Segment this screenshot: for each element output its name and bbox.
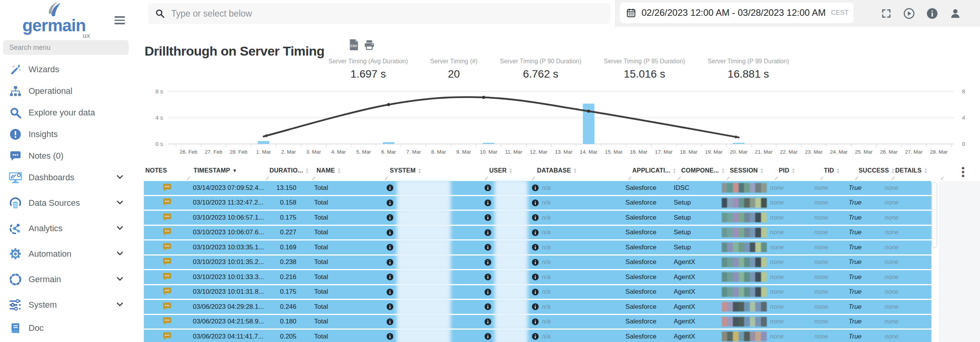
info-icon[interactable] — [386, 318, 394, 325]
info-icon[interactable] — [386, 288, 394, 296]
note-comment-icon[interactable] — [162, 317, 172, 326]
note-comment-icon[interactable] — [162, 302, 172, 312]
sidebar-item-system[interactable]: System — [0, 294, 141, 316]
user-button[interactable] — [950, 8, 961, 19]
global-search-input[interactable] — [170, 8, 557, 19]
info-icon[interactable] — [532, 318, 539, 325]
info-icon[interactable] — [532, 303, 539, 310]
table-row[interactable]: 03/10/2023 11:32:47.2...0.158Totaln/aSal… — [144, 196, 931, 210]
info-icon[interactable] — [484, 214, 492, 221]
export-csv-button[interactable]: CSV — [349, 39, 359, 52]
info-icon[interactable] — [532, 184, 539, 191]
info-icon[interactable] — [484, 259, 492, 266]
info-icon[interactable] — [386, 333, 394, 340]
column-header-user[interactable]: USER▲▼∕∕ — [487, 164, 534, 181]
column-header-pid[interactable]: PID▲▼∕∕ — [777, 164, 822, 181]
note-comment-icon[interactable] — [162, 213, 172, 222]
info-icon[interactable] — [386, 259, 394, 266]
table-row[interactable]: 03/10/2023 10:03:35.1...0.169Totaln/aSal… — [144, 240, 931, 254]
table-row[interactable]: 03/06/2023 04:29:28.1...0.246Totaln/aSal… — [144, 300, 931, 314]
table-row[interactable]: 03/10/2023 10:01:35.2...0.238Totaln/aSal… — [144, 256, 931, 269]
note-comment-icon[interactable] — [162, 287, 172, 296]
sidebar-item-automation[interactable]: Automation — [0, 243, 141, 265]
sidebar-item-data-sources[interactable]: Data Sources — [0, 192, 141, 214]
replay-button[interactable] — [903, 8, 915, 19]
sidebar-search-input[interactable] — [3, 40, 129, 55]
info-icon[interactable] — [386, 214, 394, 221]
cell-timestamp: 03/10/2023 10:01:35.2... — [188, 256, 266, 269]
info-icon[interactable] — [532, 214, 539, 221]
column-header-database[interactable]: DATABASE▲▼∕∕ — [534, 164, 630, 181]
column-resize-handle[interactable]: ∕∕ — [941, 176, 942, 181]
sidebar-item-analytics[interactable]: Analytics — [0, 218, 141, 239]
table-row[interactable]: 03/14/2023 07:09:52.4...13.150Totaln/aSa… — [144, 181, 931, 195]
info-icon[interactable] — [532, 244, 539, 251]
column-header-component[interactable]: COMPONE...▲▼∕∕ — [680, 164, 729, 181]
info-icon[interactable] — [484, 303, 492, 310]
column-header-tid[interactable]: TID▲▼∕∕ — [822, 164, 857, 181]
note-comment-icon[interactable] — [162, 228, 172, 237]
info-icon[interactable] — [532, 199, 539, 207]
info-icon[interactable] — [386, 229, 394, 236]
info-button[interactable] — [926, 8, 938, 19]
sidebar-item-germain[interactable]: Germain — [0, 269, 141, 290]
cell-system — [383, 181, 482, 195]
info-icon[interactable] — [532, 229, 539, 236]
redacted-user-value — [495, 224, 528, 240]
column-header-name[interactable]: NAME▲▼∕∕ — [314, 164, 387, 181]
table-row[interactable]: 03/06/2023 04:11:41.7...0.205Totaln/aSal… — [144, 330, 931, 342]
column-header-application[interactable]: APPLICATI...▲▼∕∕ — [630, 164, 680, 181]
hamburger-menu-icon[interactable] — [115, 16, 125, 26]
column-header-system[interactable]: SYSTEM▲▼∕∕ — [387, 164, 487, 181]
sidebar-item-notes-0[interactable]: Notes (0) — [0, 145, 141, 167]
date-range-picker[interactable]: 02/26/2023 12:00 AM - 03/28/2023 12:00 A… — [620, 2, 854, 23]
info-icon[interactable] — [532, 288, 539, 296]
note-comment-icon[interactable] — [162, 332, 172, 341]
table-row[interactable]: 03/10/2023 10:06:57.1...0.175Totaln/aSal… — [144, 211, 931, 225]
sidebar-item-insights[interactable]: Insights — [0, 124, 141, 145]
sidebar-item-dashboards[interactable]: Dashboards — [0, 167, 141, 188]
info-icon[interactable] — [484, 244, 492, 251]
info-icon[interactable] — [484, 318, 492, 325]
info-icon[interactable] — [532, 333, 539, 340]
column-header-success[interactable]: SUCCESS▲▼∕∕ — [857, 164, 894, 181]
table-options-menu-icon[interactable]: ••• — [961, 166, 965, 178]
column-header-timestamp[interactable]: TIMESTAMP▼∕∕ — [189, 164, 268, 181]
info-icon[interactable] — [386, 184, 394, 191]
column-header-details[interactable]: DETAILS▲▼∕∕ — [894, 164, 943, 181]
cell-system — [383, 330, 482, 342]
table-row[interactable]: 03/10/2023 10:01:31.8...0.175Totaln/aSal… — [144, 285, 931, 299]
note-comment-icon[interactable] — [162, 257, 172, 267]
info-icon[interactable] — [532, 259, 539, 266]
table-scrollbar-thumb[interactable] — [932, 182, 937, 248]
info-icon[interactable] — [386, 273, 394, 281]
table-row[interactable]: 03/10/2023 10:06:07.6...0.227Totaln/aSal… — [144, 226, 931, 240]
column-header-duration[interactable]: DURATIO...▲▼∕∕ — [268, 164, 314, 181]
sidebar-item-wizards[interactable]: Wizards — [0, 59, 141, 80]
note-comment-icon[interactable] — [162, 243, 172, 252]
sidebar-item-explore-your-data[interactable]: Explore your data — [0, 102, 141, 124]
note-comment-icon[interactable] — [162, 198, 172, 207]
note-comment-icon[interactable] — [162, 273, 172, 282]
print-button[interactable] — [364, 39, 375, 52]
info-icon[interactable] — [386, 303, 394, 310]
table-row[interactable]: 03/06/2023 04:21:58.9...0.180Totaln/aSal… — [144, 315, 931, 329]
fullscreen-button[interactable] — [881, 8, 892, 19]
column-header-session[interactable]: SESSION▲▼∕∕ — [729, 164, 777, 181]
info-icon[interactable] — [484, 199, 492, 207]
sidebar-item-operational[interactable]: Operational — [0, 80, 141, 102]
info-icon[interactable] — [484, 273, 492, 281]
info-icon[interactable] — [484, 184, 492, 191]
info-icon[interactable] — [386, 199, 394, 207]
info-icon[interactable] — [484, 333, 492, 340]
info-icon[interactable] — [484, 229, 492, 236]
sidebar-item-doc[interactable]: Doc — [0, 317, 141, 339]
note-comment-icon[interactable] — [162, 183, 172, 193]
table-row[interactable]: 03/10/2023 10:01:33.3...0.216Totaln/aSal… — [144, 270, 931, 284]
svg-text:6. Mar: 6. Mar — [381, 149, 396, 155]
app-logo[interactable]: germain ux — [15, 1, 93, 40]
info-icon[interactable] — [386, 244, 394, 251]
info-icon[interactable] — [484, 288, 492, 296]
info-icon[interactable] — [532, 273, 539, 281]
global-search-bar[interactable] — [148, 3, 611, 24]
